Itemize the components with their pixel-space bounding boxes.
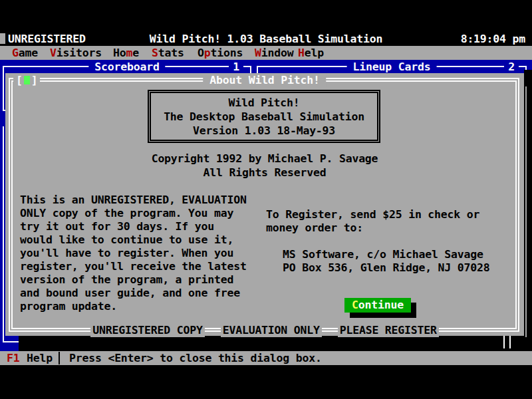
body-line: register, you'll receive the latest	[20, 260, 247, 273]
button-hotkey: C	[352, 299, 358, 311]
dialog-close-button[interactable]: []	[13, 73, 40, 87]
window-title-lineup: Lineup Cards	[347, 60, 437, 74]
address-line: MS Software, c/o Michael Savage	[283, 248, 489, 261]
app-title: Wild Pitch! 1.03 Baseball Simulation	[150, 32, 382, 46]
menu-label-post: isitors	[57, 47, 102, 59]
footer-badge-register: PLEASE REGISTER	[338, 324, 439, 337]
body-line: program update.	[20, 300, 247, 313]
menu-item-help[interactable]: Help	[298, 46, 324, 60]
menu-item-game[interactable]: Game	[12, 46, 38, 60]
dialog-title: About Wild Pitch!	[203, 73, 326, 87]
product-tagline: The Desktop Baseball Simulation	[151, 110, 377, 124]
footer-badge-unregistered: UNREGISTERED COPY	[90, 324, 204, 337]
bracket-right: ]	[31, 74, 38, 86]
window-number: 1	[229, 60, 243, 74]
dialog-footer: UNREGISTERED COPY EVALUATION ONLY PLEASE…	[5, 324, 524, 337]
register-line: To Register, send $25 in check or	[266, 208, 489, 221]
hotkey-letter: p	[204, 47, 211, 59]
app-titlebar: UNREGISTERED Wild Pitch! 1.03 Baseball S…	[0, 32, 532, 46]
product-name: Wild Pitch!	[151, 96, 377, 110]
status-message: Press <Enter> to close this dialog box.	[69, 351, 322, 365]
evaluation-text: This is an UNREGISTERED, EVALUATION ONLY…	[20, 194, 247, 313]
menu-label-pre: Ho	[113, 47, 126, 59]
window-number: 2	[504, 60, 519, 74]
f1-hotkey[interactable]: F1	[7, 351, 19, 365]
about-dialog: [] About Wild Pitch! Wild Pitch! The Des…	[5, 73, 524, 336]
body-line: version of the program, a printed	[20, 273, 247, 287]
register-line: money order to:	[266, 221, 489, 235]
menu-label-post: e	[132, 47, 139, 59]
window-frame-fragment	[503, 336, 505, 348]
footer-badge-evaluation: EVALUATION ONLY	[221, 324, 322, 337]
hotkey-letter: S	[152, 47, 158, 59]
dialog-shadow-bottom	[19, 336, 524, 351]
hotkey-letter: G	[12, 47, 19, 59]
app-screen: UNREGISTERED Wild Pitch! 1.03 Baseball S…	[0, 0, 532, 399]
menu-label-post: indow	[261, 47, 294, 59]
window-lineup-titlebar[interactable]: Lineup Cards 2	[257, 60, 527, 74]
body-line: would like to continue to use it,	[20, 233, 247, 247]
window-frame-fragment	[509, 336, 511, 348]
spacer	[266, 235, 489, 248]
status-bar: F1 Help Press <Enter> to close this dial…	[0, 351, 532, 365]
menu-item-home[interactable]: Home	[113, 46, 139, 60]
copyright-line: Copyright 1992 by Michael P. Savage	[5, 152, 524, 166]
button-label: ontinue	[358, 299, 404, 311]
bracket-left: [	[16, 74, 23, 86]
hotkey-letter: m	[126, 47, 132, 59]
titlebar-left-chip	[0, 33, 5, 44]
registration-status: UNREGISTERED	[8, 32, 86, 46]
address-line: PO Box 536, Glen Ridge, NJ 07028	[283, 261, 489, 275]
body-line: ONLY copy of the program. You may	[20, 207, 247, 220]
menu-item-stats[interactable]: Stats	[152, 46, 184, 60]
window-title-scoreboard: Scoreboard	[88, 60, 165, 74]
window-frame-left	[3, 126, 4, 342]
f1-hotkey-label[interactable]: Help	[27, 351, 53, 365]
menu-label-post: tats	[158, 47, 184, 59]
register-info: To Register, send $25 in check or money …	[266, 208, 489, 275]
hotkey-letter: V	[50, 47, 57, 59]
window-frame-left	[3, 66, 4, 111]
body-line: you'll have to register. When you	[20, 247, 247, 260]
close-icon	[24, 76, 30, 84]
rights-line: All Rights Reserved	[5, 166, 524, 180]
menu-bar: Game Visitors Home Stats Options Window …	[0, 46, 532, 60]
body-line: and bound user guide, and one free	[20, 287, 247, 300]
hotkey-letter: W	[255, 47, 261, 59]
window-scoreboard-titlebar[interactable]: Scoreboard 1	[3, 60, 251, 74]
body-line: This is an UNREGISTERED, EVALUATION	[20, 194, 247, 207]
about-box: Wild Pitch! The Desktop Baseball Simulat…	[148, 90, 380, 143]
menu-label-post: tions	[210, 47, 243, 59]
copyright-block: Copyright 1992 by Michael P. Savage All …	[5, 152, 524, 180]
menu-label-pre: O	[198, 47, 204, 59]
menu-item-visitors[interactable]: Visitors	[50, 46, 102, 60]
desktop: Scoreboard 1 Lineup Cards 2 [] About Wil…	[0, 60, 532, 351]
hotkey-letter: H	[298, 47, 305, 59]
product-version: Version 1.03 18-May-93	[151, 124, 377, 138]
window-frame-right-shaded	[525, 86, 527, 337]
status-divider	[59, 352, 60, 364]
menu-label-post: elp	[305, 47, 324, 59]
menu-item-window[interactable]: Window	[255, 46, 293, 60]
window-frame-bottom	[3, 341, 19, 342]
menu-item-options[interactable]: Options	[198, 46, 243, 60]
menu-label-post: ame	[19, 47, 38, 59]
clock: 8:19:04 pm	[461, 32, 525, 46]
body-line: try it out for 30 days. If you	[20, 220, 247, 233]
continue-button[interactable]: Continue	[344, 298, 411, 313]
